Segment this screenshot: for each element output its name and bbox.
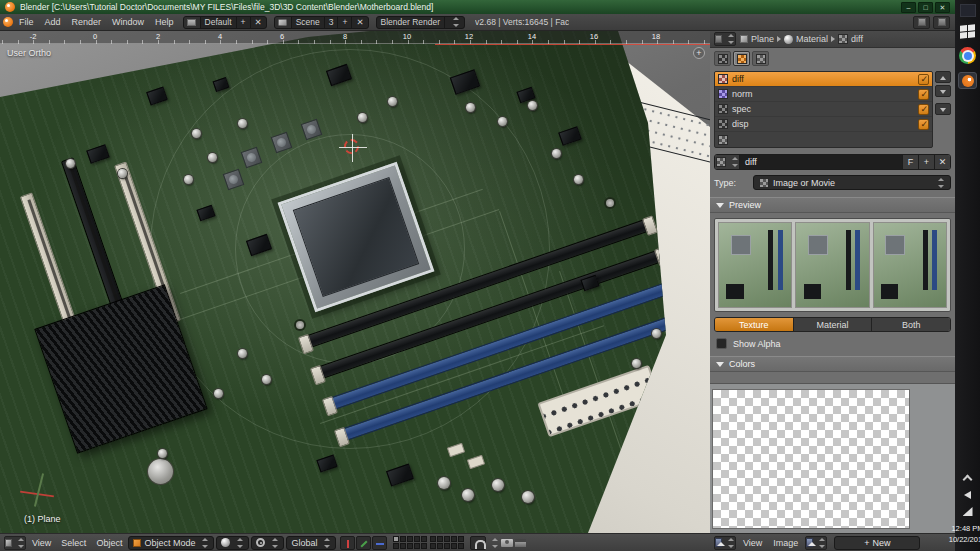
snap-magnet-button[interactable] — [470, 536, 486, 550]
menu-window[interactable]: Window — [107, 17, 149, 27]
menu-select[interactable]: Select — [57, 538, 90, 548]
texture-type-dropdown[interactable]: Image or Movie — [753, 175, 951, 190]
tab-material-texture[interactable] — [733, 51, 750, 66]
move-slot-down-button[interactable] — [935, 85, 951, 97]
pivot-dropdown[interactable] — [251, 536, 284, 550]
screen-browse-button[interactable] — [184, 17, 200, 28]
image-editor-type-button[interactable] — [714, 536, 736, 550]
tray-expand-icon[interactable] — [963, 475, 973, 485]
show-alpha-checkbox[interactable] — [716, 338, 727, 349]
preview-panel-header[interactable]: Preview — [710, 197, 955, 213]
fake-user-button[interactable]: F — [902, 155, 918, 169]
blender-taskbar-icon[interactable] — [958, 72, 977, 89]
tab-other-texture[interactable] — [752, 51, 769, 66]
menu-view[interactable]: View — [28, 538, 55, 548]
browse-image-button[interactable] — [805, 536, 827, 550]
minimize-button[interactable]: – — [901, 2, 916, 13]
breadcrumb-object[interactable]: Plane — [751, 34, 774, 44]
layer-toggle[interactable] — [444, 536, 450, 542]
orientation-dropdown[interactable]: Global — [286, 536, 336, 550]
browse-texture-button[interactable] — [715, 155, 739, 169]
slot-specials-menu-button[interactable] — [935, 103, 951, 115]
layer-toggle[interactable] — [430, 536, 436, 542]
image-editor-canvas[interactable] — [710, 383, 955, 533]
layer-toggle[interactable] — [437, 543, 443, 549]
chrome-icon[interactable] — [959, 47, 976, 64]
layer-toggle[interactable] — [414, 536, 420, 542]
add-scene-button[interactable]: + — [337, 17, 351, 28]
layer-toggle[interactable] — [430, 543, 436, 549]
texture-enable-checkbox[interactable] — [918, 74, 929, 85]
layer-toggle[interactable] — [458, 536, 464, 542]
layer-toggle[interactable] — [407, 543, 413, 549]
opengl-animation-button[interactable] — [515, 539, 526, 547]
layer-toggle[interactable] — [421, 543, 427, 549]
colors-panel-header[interactable]: Colors — [710, 356, 955, 372]
layer-toggle[interactable] — [414, 543, 420, 549]
image-menu-view[interactable]: View — [739, 538, 766, 548]
breadcrumb-material[interactable]: Material — [796, 34, 828, 44]
maximize-button[interactable]: □ — [918, 2, 933, 13]
close-button[interactable]: ✕ — [935, 2, 950, 13]
expand-region-button[interactable]: + — [693, 47, 705, 59]
texture-slot-row[interactable]: disp — [715, 117, 932, 132]
shading-dropdown[interactable] — [216, 536, 249, 550]
system-clock[interactable]: 12:48 PM 10/22/2013 — [949, 524, 980, 545]
viewport-3d[interactable]: -2 0 2 4 6 8 10 12 14 16 18 User Ortho +… — [0, 31, 710, 533]
texture-enable-checkbox[interactable] — [918, 119, 929, 130]
network-icon[interactable] — [963, 507, 973, 516]
menu-object[interactable]: Object — [92, 538, 126, 548]
tab-world-texture[interactable] — [714, 51, 731, 66]
scene-name[interactable]: Scene — [291, 17, 324, 28]
desktop-tile-icon[interactable] — [960, 4, 976, 17]
unlink-texture-button[interactable]: ✕ — [934, 155, 950, 169]
menu-file[interactable]: File — [14, 17, 39, 27]
preview-mode-material[interactable]: Material — [793, 318, 872, 331]
editor-type-button[interactable] — [4, 536, 26, 550]
texture-enable-checkbox[interactable] — [918, 104, 929, 115]
properties-editor-type-button[interactable] — [714, 32, 736, 46]
app-menu-icon[interactable] — [3, 17, 13, 27]
move-slot-up-button[interactable] — [935, 71, 951, 83]
layer-toggle[interactable] — [437, 536, 443, 542]
texture-slot-row[interactable]: diff — [715, 72, 932, 87]
scene-browse-button[interactable] — [275, 17, 291, 28]
snap-dropdown-arrows-icon[interactable] — [491, 538, 499, 548]
breadcrumb-texture[interactable]: diff — [851, 34, 863, 44]
editor-pin-button[interactable] — [933, 16, 950, 29]
add-screen-button[interactable]: + — [236, 17, 250, 28]
screen-layout-name[interactable]: Default — [200, 17, 236, 28]
opengl-render-button[interactable] — [501, 539, 513, 547]
texture-enable-checkbox[interactable] — [918, 89, 929, 100]
layer-toggle[interactable] — [458, 543, 464, 549]
layer-toggle[interactable] — [444, 543, 450, 549]
layer-toggle[interactable] — [400, 543, 406, 549]
preview-mode-both[interactable]: Both — [871, 318, 950, 331]
delete-scene-button[interactable]: ✕ — [351, 17, 367, 28]
texture-name-field[interactable]: diff — [739, 155, 902, 169]
new-texture-button[interactable]: + — [918, 155, 934, 169]
scene-users-badge[interactable]: 3 — [324, 17, 338, 28]
translate-manipulator-button[interactable] — [340, 536, 355, 550]
menu-add[interactable]: Add — [40, 17, 66, 27]
layer-toggle[interactable] — [400, 536, 406, 542]
layer-toggle[interactable] — [393, 543, 399, 549]
editor-options-button[interactable] — [913, 16, 930, 29]
start-button[interactable] — [960, 24, 976, 40]
delete-screen-button[interactable]: ✕ — [250, 17, 266, 28]
new-image-button[interactable]: + New — [834, 536, 920, 550]
texture-slot-row-empty[interactable] — [715, 132, 932, 147]
scale-manipulator-button[interactable] — [372, 536, 387, 550]
menu-render[interactable]: Render — [67, 17, 107, 27]
layer-toggle[interactable] — [451, 536, 457, 542]
mode-dropdown[interactable]: Object Mode — [128, 536, 214, 550]
layer-toggle[interactable] — [407, 536, 413, 542]
layer-toggle[interactable] — [421, 536, 427, 542]
volume-icon[interactable] — [964, 491, 971, 499]
image-menu-image[interactable]: Image — [769, 538, 802, 548]
texture-slot-row[interactable]: spec — [715, 102, 932, 117]
layer-toggle[interactable] — [451, 543, 457, 549]
rotate-manipulator-button[interactable] — [356, 536, 371, 550]
layer-toggle[interactable] — [393, 536, 399, 542]
preview-mode-texture[interactable]: Texture — [715, 318, 793, 331]
